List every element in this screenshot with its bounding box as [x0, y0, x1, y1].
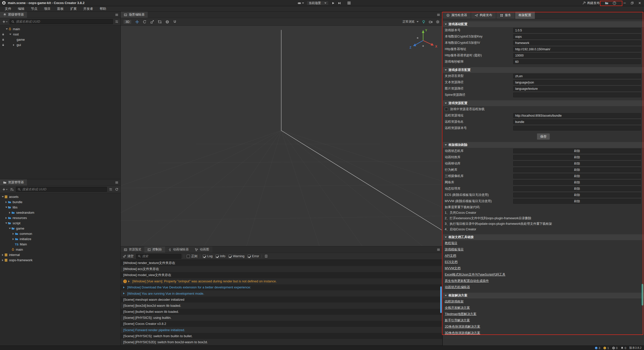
tree-item-main[interactable]: main [0, 247, 120, 252]
tree-item-main[interactable]: main [0, 26, 120, 32]
step-button[interactable] [337, 1, 341, 5]
menu-item-7[interactable]: 帮助 [96, 6, 109, 11]
expand-icon[interactable] [12, 238, 15, 240]
section-header-3[interactable]: 框架模块剔除 [443, 142, 644, 148]
console-tab-3[interactable]: 动画图 [192, 246, 212, 253]
gear-icon[interactable] [436, 20, 440, 24]
filter-icon[interactable] [108, 188, 113, 191]
tree-item-root[interactable]: root [0, 32, 120, 37]
menu-item-0[interactable]: 文件 [2, 6, 15, 11]
inspector-tab-3[interactable]: 框架配置 [515, 12, 535, 19]
menu-item-5[interactable]: 扩展 [67, 6, 80, 11]
preview-device-button[interactable] [297, 1, 304, 5]
section-header-1[interactable]: 游戏多语言配置 [443, 67, 644, 73]
tree-item-bundle[interactable]: bundle [0, 199, 120, 205]
inspector-tab-0[interactable]: 属性检查器 [443, 12, 471, 19]
hierarchy-search[interactable] [10, 19, 113, 24]
rect-tool-icon[interactable] [158, 20, 162, 24]
expand-icon[interactable] [5, 201, 8, 203]
expand-icon[interactable] [8, 212, 11, 214]
expand-icon[interactable] [1, 259, 4, 261]
expand-icon[interactable] [1, 254, 4, 256]
config-input[interactable] [513, 40, 641, 45]
section-header-0[interactable]: 游戏基础配置 [443, 21, 644, 27]
section-header-4[interactable]: 框架文档工具链接 [443, 234, 644, 240]
doc-link[interactable]: 教程项目 [443, 240, 644, 246]
remove-module-button[interactable]: 剔除 [513, 199, 641, 204]
assets-search-input[interactable] [22, 188, 105, 191]
hierarchy-search-input[interactable] [16, 20, 111, 23]
expand-icon[interactable] [128, 280, 131, 282]
tree-item-internal[interactable]: internal [0, 252, 120, 257]
log-row[interactable]: [Scene] [bullet]:bullet wasm lib loaded. [121, 309, 442, 315]
section-header-5[interactable]: 框架解决方案 [443, 293, 644, 298]
filter-error-checkbox[interactable]: Error [248, 254, 259, 258]
config-input[interactable] [513, 74, 641, 78]
maximize-button[interactable] [630, 1, 634, 5]
doc-link[interactable]: 战棋游戏框架 [443, 298, 644, 305]
tree-item-script[interactable]: script [0, 221, 120, 226]
filter-icon[interactable] [114, 20, 119, 23]
doc-link[interactable]: API文档 [443, 253, 644, 259]
config-input[interactable] [513, 93, 641, 97]
menu-item-3[interactable]: 项目 [41, 6, 54, 11]
remove-module-button[interactable]: 剔除 [513, 193, 641, 197]
config-input[interactable] [513, 47, 641, 52]
doc-link[interactable]: 原生包热更新配置自动生成插件 [443, 278, 644, 284]
close-button[interactable] [638, 1, 641, 5]
console-tab-2[interactable]: 动画编辑器 [165, 246, 192, 253]
console-search-input[interactable] [142, 254, 180, 258]
regex-checkbox[interactable]: 正则 [187, 254, 197, 258]
collapse-icon[interactable] [9, 33, 12, 36]
console-tab-0[interactable]: 资源预览 [121, 246, 144, 253]
collapse-icon[interactable] [8, 227, 11, 230]
scale-tool-icon[interactable] [150, 20, 154, 24]
minimize-button[interactable] [623, 1, 626, 5]
tree-item-gui[interactable]: gui [0, 42, 120, 48]
notification-counter[interactable]: 0 [621, 346, 626, 349]
rotate-tool-icon[interactable] [143, 20, 147, 24]
log-row[interactable]: ![Window] [Vue warn]: Property "onInput"… [121, 278, 442, 284]
log-row[interactable]: [Window] model_view文件夹存在 [121, 272, 442, 278]
doc-link[interactable]: 游戏模板项目 [443, 246, 644, 253]
save-button[interactable]: 保存 [537, 133, 550, 140]
world-space-icon[interactable] [165, 20, 169, 24]
clear-console-button[interactable]: 清空 [123, 254, 134, 258]
menu-item-2[interactable]: 节点 [28, 6, 41, 11]
tab-scene-editor[interactable]: 场景编辑器 [121, 12, 148, 18]
collapse-icon[interactable] [5, 222, 8, 225]
light-bulb-icon[interactable] [422, 20, 426, 24]
tree-item-initialize[interactable]: initialize [0, 236, 120, 242]
tree-item-resources[interactable]: resources [0, 215, 120, 221]
camera-icon[interactable] [429, 20, 433, 24]
layout-grid-icon[interactable] [347, 1, 351, 5]
config-input[interactable] [513, 34, 641, 39]
panel-menu-icon[interactable] [113, 12, 120, 18]
tree-item-common[interactable]: common [0, 231, 120, 236]
refresh-icon[interactable] [114, 188, 119, 191]
log-row[interactable]: [Scene] meshopt wasm decoder initialized [121, 296, 442, 302]
doc-link[interactable]: Tiledmap地图解决方案 [443, 311, 644, 317]
warning-counter[interactable]: ! 1 [603, 346, 609, 349]
log-row[interactable]: [Scene] [PHYSICS]: using builtin. [121, 315, 442, 321]
mode-3d-button[interactable]: 3D [123, 20, 132, 24]
config-input[interactable] [513, 113, 641, 118]
folder-shortcut-icon[interactable] [605, 1, 609, 5]
scene-select[interactable]: 当前场景 [306, 1, 329, 5]
add-asset-button[interactable] [2, 188, 8, 191]
console-logs[interactable]: [Window] render_texture文件夹存在[Window] ecs… [121, 260, 442, 345]
config-checkbox-row[interactable]: 游戏中资源是否远程加载 [443, 106, 644, 112]
scene-viewport[interactable]: X Y Z [121, 26, 442, 246]
remove-module-button[interactable]: 剔除 [513, 186, 641, 191]
filter-info-checkbox[interactable]: Info [216, 254, 225, 258]
remove-module-button[interactable]: 剔除 [513, 180, 641, 185]
log-row[interactable]: [Scene] [PHYSICS]: switch from builtin t… [121, 333, 442, 339]
help-icon[interactable]: ? [613, 1, 616, 5]
remove-module-button[interactable]: 剔除 [513, 174, 641, 179]
doc-link[interactable]: Excel格式转Json文件与TypeScript代码工具 [443, 272, 644, 278]
build-publish-button[interactable]: 构建发布 [581, 1, 601, 5]
add-node-button[interactable] [2, 20, 8, 24]
collapse-icon[interactable] [1, 195, 4, 198]
inspector-tab-2[interactable]: 服务 [496, 12, 515, 19]
expand-icon[interactable] [12, 44, 15, 46]
